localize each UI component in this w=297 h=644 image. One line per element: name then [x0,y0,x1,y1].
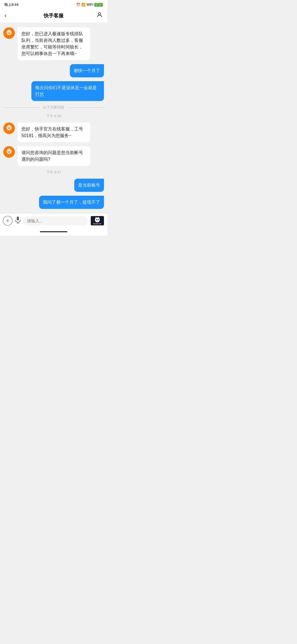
svg-text:BLACK CAT: BLACK CAT [94,223,101,225]
back-button[interactable]: ‹ [4,12,14,19]
svg-rect-18 [8,152,10,153]
message-row: 每次问你们不是说休息一会就是打岔 [3,81,104,101]
svg-point-4 [8,32,9,33]
message-row: 您好，快手官方在线客服，工号50191，很高兴为您服务~ [3,122,104,142]
bot-avatar [3,146,15,158]
input-bar: + BLACK CAT [0,213,107,228]
bot-avatar [3,122,15,134]
user-bubble: 每次问你们不是说休息一会就是打岔 [31,81,104,101]
svg-point-9 [9,124,10,125]
home-indicator [0,228,107,236]
svg-point-0 [98,13,101,15]
chat-area: 您好，您已进入极速版专线排队队列，当前咨询人数过多，客服坐席繁忙，可能等待时间较… [0,23,107,213]
profile-button[interactable] [93,12,103,20]
nav-bar: ‹ 快手客服 [0,9,107,23]
bot-avatar [3,27,15,39]
user-bubble: 是当前账号 [74,179,104,192]
svg-point-1 [7,30,12,35]
signal-icon: 📶 [81,3,86,7]
svg-point-16 [8,151,9,152]
blackcat-button[interactable]: BLACK CAT [90,216,105,226]
message-row: 都快一个月了 [3,64,104,77]
bot-bubble: 请问您咨询的问题是您当前帐号遇到的问题吗? [18,146,90,166]
timestamp: 下午 8:37 [3,170,104,175]
user-bubble: 都快一个月了 [70,64,104,77]
status-icons: ⏰ 📶 WiFi 47⚡ [76,3,103,7]
svg-point-15 [9,148,10,149]
bot-bubble: 您好，快手官方在线客服，工号50191，很高兴为您服务~ [18,122,90,142]
page-title: 快手客服 [14,12,93,19]
status-bar: 晚上8:44 ⏰ 📶 WiFi 47⚡ [0,0,107,9]
add-button[interactable]: + [3,216,13,226]
wifi-icon: WiFi [87,3,93,7]
svg-point-26 [96,219,97,220]
timestamp: 下午 6:35 [3,114,104,119]
user-bubble: 我问了都一个月了，提现不了 [39,196,104,209]
mic-button[interactable] [15,216,21,225]
svg-point-27 [98,219,99,220]
svg-point-11 [9,127,10,128]
svg-point-7 [7,125,12,130]
svg-rect-12 [8,129,10,129]
message-row: 我问了都一个月了，提现不了 [3,196,104,209]
svg-rect-19 [17,217,19,220]
battery-icon: 47⚡ [94,3,103,7]
message-row: 您好，您已进入极速版专线排队队列，当前咨询人数过多，客服坐席繁忙，可能等待时间较… [3,27,104,60]
svg-point-13 [7,149,12,154]
svg-rect-6 [8,33,10,34]
svg-point-3 [9,29,10,30]
bot-bubble: 您好，您已进入极速版专线排队队列，当前咨询人数过多，客服坐席繁忙，可能等待时间较… [18,27,90,60]
home-indicator-bar [40,231,67,232]
svg-point-10 [8,127,9,128]
new-message-divider: 以下为新消息 [3,105,104,110]
message-row: 是当前账号 [3,179,104,192]
status-time: 晚上8:44 [4,2,18,7]
svg-point-17 [9,151,10,152]
svg-point-5 [9,32,10,33]
message-input[interactable] [23,216,88,225]
alarm-icon: ⏰ [76,3,80,7]
message-row: 请问您咨询的问题是您当前帐号遇到的问题吗? [3,146,104,166]
